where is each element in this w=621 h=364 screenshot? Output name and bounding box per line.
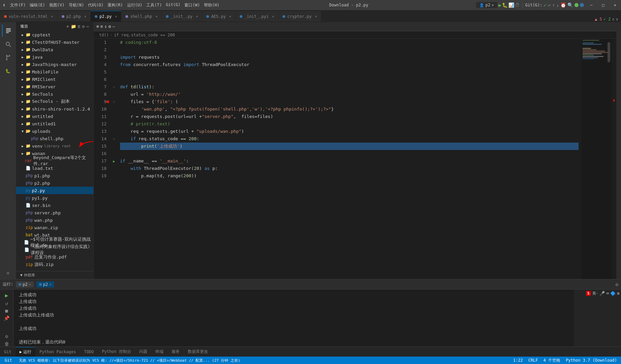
- activity-settings[interactable]: ⚙: [2, 267, 14, 279]
- rerun-icon[interactable]: ↺: [5, 301, 8, 306]
- run-button[interactable]: ▶: [499, 2, 501, 8]
- tree-item-beyond-compare[interactable]: rarBeyond_Compare等2个文件.rar: [16, 157, 93, 164]
- tab-p2-py[interactable]: p2.py ✕: [91, 11, 121, 22]
- tree-item-sectools-copy[interactable]: ▶📁SecTools - 副本: [16, 98, 93, 105]
- tree-item-p1php[interactable]: phpp1.php: [16, 172, 93, 179]
- tab-init-pyi[interactable]: _init_.pyi ✕: [236, 11, 278, 22]
- menu-code[interactable]: 代码(O): [86, 2, 106, 9]
- tree-item-dwnldata[interactable]: ▶📁DwnlData: [16, 46, 93, 53]
- tree-item-serverphp[interactable]: phpserver.php: [16, 209, 93, 216]
- tab-close-icon-2[interactable]: ✕: [84, 14, 86, 18]
- status-vcs-warning[interactable]: 无效 VCS 根映射: 以下目录被错误识别为 VCS 根: //<项目>/Shi…: [17, 358, 242, 363]
- activity-explorer[interactable]: [2, 25, 14, 37]
- tree-item-rmiserver[interactable]: ▶📁RMIServer: [16, 83, 93, 90]
- tab-aes-py[interactable]: AES.py ✕: [202, 11, 235, 22]
- menu-git[interactable]: Git(G): [164, 2, 182, 9]
- tree-item-javathings[interactable]: ▶📁JavaThings-master: [16, 61, 93, 68]
- toolbar-settings-icon[interactable]: ⚙: [108, 24, 111, 29]
- sidebar-new-folder-icon[interactable]: 📁: [71, 24, 77, 29]
- tree-item-cpptest[interactable]: ▶📁cpptest: [16, 31, 93, 38]
- tree-item-java[interactable]: ▶📁java: [16, 53, 93, 61]
- tab-db-changes[interactable]: 数据库更改: [184, 347, 212, 357]
- tab-run[interactable]: ▶运行: [16, 347, 35, 357]
- minimap[interactable]: [581, 39, 612, 279]
- scroll-up-icon[interactable]: ∧: [612, 17, 615, 22]
- menu-edit[interactable]: 编辑(E): [28, 2, 47, 9]
- tree-item-wananzip[interactable]: zipwanan.zip: [16, 224, 93, 231]
- tab-python-console[interactable]: Python 控制台: [98, 347, 135, 357]
- status-encoding[interactable]: CRLF: [527, 358, 539, 363]
- run-icon-17[interactable]: ▶: [111, 157, 117, 165]
- tab-vuln-reslut-html[interactable]: vuln-reslut.html ✕: [0, 11, 58, 22]
- git-pull-icon[interactable]: ↓: [556, 2, 559, 8]
- tree-item-venv[interactable]: ▶📁venv library root: [16, 142, 93, 150]
- menu-window[interactable]: 窗口(W): [182, 2, 202, 9]
- tab-close-icon-3[interactable]: ✕: [115, 14, 117, 18]
- sidebar-settings-icon[interactable]: ⚙: [82, 24, 85, 29]
- toolbar-icon-2[interactable]: ≡: [100, 24, 103, 29]
- git-check-icon[interactable]: ✓: [544, 2, 546, 8]
- fold-icon-14[interactable]: ▽: [111, 135, 117, 143]
- python-indicator[interactable]: [580, 3, 584, 7]
- fold-icon-9[interactable]: ▽: [111, 98, 117, 105]
- sidebar-new-file-icon[interactable]: +: [66, 24, 69, 29]
- tab-git[interactable]: Git: [0, 347, 16, 357]
- menu-file[interactable]: 文件(F): [8, 2, 28, 9]
- status-line-col[interactable]: 1:22: [512, 358, 524, 363]
- tab-close-icon-6[interactable]: ✕: [229, 14, 231, 18]
- menu-bar[interactable]: 文件(F) 编辑(E) 视图(V) 导航(N) 代码(O) 重构(R) 运行(U…: [8, 2, 221, 9]
- code-editor[interactable]: 1 2 3 4 5 6 7 8 9 10 11 12 13 14 15 16 1: [94, 39, 616, 279]
- tree-item-shiro[interactable]: ▶📁shiro-shiro-root-1.2.4: [16, 105, 93, 113]
- window-controls[interactable]: — □ ✕: [585, 0, 621, 10]
- tab-close-icon[interactable]: ✕: [51, 14, 53, 18]
- tree-item-serbin[interactable]: 📄ser.bin: [16, 202, 93, 209]
- pin-icon[interactable]: 📌: [4, 315, 9, 321]
- run-tab-1-close[interactable]: ✕: [29, 282, 31, 286]
- code-content[interactable]: # coding:utf-8 import requests from conc…: [117, 39, 581, 279]
- menu-help[interactable]: 帮助(H): [202, 2, 221, 9]
- tab-services[interactable]: 服务: [168, 347, 184, 357]
- tree-item-untitled[interactable]: ▶📁untitled: [16, 113, 93, 120]
- menu-tools[interactable]: 工具(T): [144, 2, 164, 9]
- menu-view[interactable]: 视图(V): [47, 2, 67, 9]
- fold-icon-7[interactable]: ▽: [111, 83, 117, 91]
- tab-close-icon-8[interactable]: ✕: [315, 14, 317, 18]
- filter-icon[interactable]: ⚙: [5, 334, 8, 339]
- tree-item-sectools[interactable]: ▶📁SecTools: [16, 90, 93, 98]
- tab-close-icon-4[interactable]: ✕: [155, 14, 157, 18]
- tab-shell-php[interactable]: shell.php ✕: [121, 11, 162, 22]
- sidebar-collapse-icon[interactable]: ≡: [78, 24, 81, 29]
- toolbar-icon-3[interactable]: ↕: [105, 24, 107, 29]
- tab-todo[interactable]: TODO: [80, 347, 98, 357]
- status-indent[interactable]: 4 个空格: [542, 358, 562, 363]
- scroll-down-icon[interactable]: ∨: [616, 17, 618, 22]
- git-history-icon[interactable]: ⏰: [560, 2, 566, 8]
- tree-item-rmiclient[interactable]: ▶📁RMIClient: [16, 75, 93, 83]
- tab-python-packages[interactable]: Python Packages: [35, 347, 80, 357]
- tab-close-icon-5[interactable]: ✕: [196, 14, 198, 18]
- activity-git[interactable]: [2, 52, 14, 64]
- activity-debug[interactable]: 🐛: [2, 65, 14, 77]
- search-icon[interactable]: 🔍: [567, 2, 573, 8]
- minimize-button[interactable]: —: [585, 0, 597, 10]
- tab-terminal[interactable]: 终端: [151, 347, 168, 357]
- status-git[interactable]: Git: [3, 358, 14, 363]
- git-refresh-icon[interactable]: ↩: [548, 2, 551, 8]
- stop-icon[interactable]: ■: [5, 308, 8, 313]
- run-icon[interactable]: ▶: [5, 292, 8, 299]
- tab-cryptor-py[interactable]: cryptor.py ✕: [278, 11, 321, 22]
- menu-run[interactable]: 运行(U): [125, 2, 145, 9]
- status-indicator[interactable]: [574, 3, 579, 7]
- tree-item-py1py[interactable]: pypy1.py: [16, 194, 93, 202]
- tree-item-mobilefile[interactable]: ▶📁MobileFile: [16, 68, 93, 75]
- tree-item-untitled1[interactable]: ▶📁untitled1: [16, 120, 93, 127]
- tree-item-uploads[interactable]: ▼📂uploads: [16, 127, 93, 135]
- menu-refactor[interactable]: 重构(R): [106, 2, 125, 9]
- maximize-button[interactable]: □: [597, 0, 609, 10]
- sidebar-close-icon[interactable]: —: [86, 24, 89, 29]
- tree-item-source-zip[interactable]: zip源码.zip: [16, 261, 93, 268]
- external-libraries-header[interactable]: ▼ 外部库: [16, 271, 93, 279]
- debug-button[interactable]: 🐛: [502, 2, 508, 8]
- tree-item-shell-php[interactable]: phpshell.php: [16, 135, 93, 142]
- run-config-area[interactable]: 👤 p2 ▼ ▶ 🐛 📊 ⏱ Git(G): ✓ ↩ ↑ ↓ ⏰ 🔍: [476, 2, 584, 8]
